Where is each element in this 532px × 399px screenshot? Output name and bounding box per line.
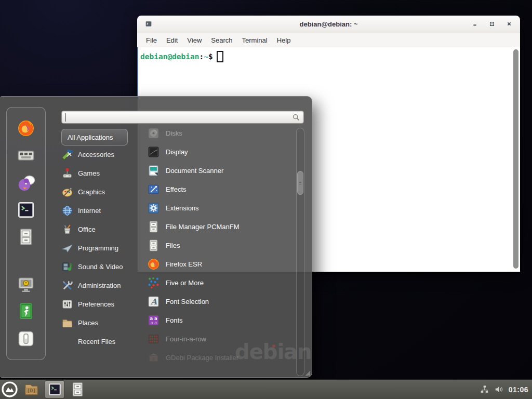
disks-icon	[147, 127, 160, 140]
taskbar-menu-button[interactable]	[1, 381, 18, 398]
category-office[interactable]: Office	[61, 220, 145, 238]
blank-icon	[61, 336, 73, 348]
games-icon	[61, 167, 73, 179]
preferences-icon	[61, 298, 73, 310]
favorite-shutdown[interactable]	[17, 329, 35, 348]
application-list-scrollbar-thumb[interactable]	[297, 171, 303, 195]
terminal-menu-view[interactable]: View	[182, 36, 206, 44]
category-label: Recent Files	[78, 338, 115, 345]
app-disks[interactable]: Disks	[147, 124, 296, 142]
maximize-button[interactable]	[488, 20, 496, 28]
four-in-a-row-icon	[147, 332, 160, 345]
five-or-more-icon	[147, 276, 160, 289]
favorite-pidgin[interactable]	[17, 174, 35, 192]
text-caret	[65, 113, 66, 122]
favorite-logout[interactable]	[17, 302, 35, 321]
app-display[interactable]: Display	[147, 142, 296, 161]
category-games[interactable]: Games	[61, 164, 145, 182]
system-tray	[480, 384, 509, 394]
favorite-control-center[interactable]	[17, 146, 35, 165]
prompt-user-host: debian@debian	[140, 52, 200, 61]
terminal-titlebar[interactable]: debian@debian: ~	[137, 16, 520, 33]
terminal-menu-help[interactable]: Help	[272, 36, 296, 44]
category-places[interactable]: Places	[61, 313, 145, 332]
favorites-panel	[6, 107, 46, 360]
category-label: Administration	[78, 282, 121, 289]
taskbar-terminal-window-button[interactable]	[45, 380, 64, 398]
app-label: Fonts	[166, 316, 183, 324]
menu-search-input[interactable]	[65, 112, 288, 122]
category-programming[interactable]: Programming	[61, 238, 145, 257]
prompt-separator: :	[200, 52, 204, 61]
terminal-menu-file[interactable]: File	[141, 36, 162, 44]
category-label: Games	[78, 169, 100, 177]
network-icon[interactable]	[480, 384, 489, 394]
category-graphics[interactable]: Graphics	[61, 182, 145, 201]
font-selection-icon: A	[147, 295, 160, 308]
category-list: AccessoriesGamesGraphicsInternetOfficePr…	[61, 145, 145, 351]
taskbar-file-manager-launcher[interactable]	[70, 381, 86, 397]
programming-icon	[61, 242, 73, 254]
terminal-scrollbar[interactable]	[513, 49, 519, 269]
terminal-scrollbar-thumb[interactable]	[513, 49, 518, 269]
category-preferences[interactable]: Preferences	[61, 295, 145, 313]
terminal-menu-search[interactable]: Search	[206, 36, 237, 44]
app-extensions[interactable]: Extensions	[147, 198, 296, 217]
app-files[interactable]: Files	[147, 236, 296, 255]
app-five-or-more[interactable]: Five or More	[147, 273, 296, 292]
favorite-terminal[interactable]	[17, 201, 35, 219]
terminal-icon	[48, 382, 62, 396]
minimize-button[interactable]	[471, 20, 479, 28]
app-font-selection[interactable]: AFont Selection	[147, 292, 296, 311]
category-sound-video[interactable]: Sound & Video	[61, 257, 145, 276]
internet-icon	[61, 205, 73, 217]
app-fonts[interactable]: a aa aFonts	[147, 311, 296, 329]
app-label: Files	[166, 242, 180, 249]
category-label: Sound & Video	[78, 263, 123, 271]
app-label: Firefox ESR	[166, 260, 202, 268]
app-firefox-esr[interactable]: Firefox ESR	[147, 255, 296, 273]
svg-text:A: A	[150, 296, 157, 306]
terminal-menu-edit[interactable]: Edit	[162, 36, 182, 44]
category-label: Programming	[78, 244, 118, 252]
favorite-firefox[interactable]	[17, 119, 35, 138]
favorite-lock-screen[interactable]	[17, 275, 35, 294]
close-button[interactable]	[505, 20, 513, 28]
app-label: GDebi Package Installer	[166, 354, 238, 362]
terminal-title: debian@debian: ~	[137, 20, 520, 28]
terminal-cursor	[217, 51, 223, 62]
effects-icon	[147, 183, 160, 196]
category-internet[interactable]: Internet	[61, 201, 145, 220]
category-administration[interactable]: Administration	[61, 276, 145, 295]
menu-search-box[interactable]	[61, 111, 304, 124]
category-label: Office	[78, 225, 96, 233]
terminal-prompt: debian@debian:~$	[138, 47, 520, 62]
volume-icon[interactable]	[494, 384, 504, 394]
window-controls	[471, 20, 513, 28]
administration-icon	[61, 280, 73, 291]
taskbar-left: [D]	[0, 380, 86, 398]
app-label: Disks	[166, 129, 182, 137]
taskbar: [D] 01:06	[0, 379, 532, 399]
svg-text:[D]: [D]	[27, 388, 35, 393]
menu-resize-grip[interactable]	[304, 370, 310, 376]
application-list-scrollbar[interactable]	[296, 128, 304, 376]
category-accessories[interactable]: Accessories	[61, 145, 145, 164]
places-icon	[61, 317, 73, 329]
graphics-icon	[61, 186, 73, 198]
clock[interactable]: 01:06	[509, 385, 528, 394]
app-file-manager-pcmanfm[interactable]: File Manager PCManFM	[147, 217, 296, 236]
app-effects[interactable]: Effects	[147, 180, 296, 198]
file-cabinet-icon	[147, 239, 160, 252]
favorite-file-manager[interactable]	[17, 228, 35, 246]
file-cabinet-icon	[147, 220, 160, 233]
display-icon	[147, 145, 160, 158]
category-recent-files[interactable]: Recent Files	[61, 332, 145, 351]
taskbar-file-manager-desktop-launcher[interactable]: [D]	[23, 381, 39, 397]
menu-logo-icon	[1, 381, 18, 398]
app-document-scanner[interactable]: Document Scanner	[147, 161, 296, 180]
fonts-icon: a aa a	[147, 314, 160, 327]
terminal-menu-terminal[interactable]: Terminal	[237, 36, 272, 44]
category-label: Accessories	[78, 151, 114, 158]
category-all-applications[interactable]: All Applications	[61, 129, 128, 145]
